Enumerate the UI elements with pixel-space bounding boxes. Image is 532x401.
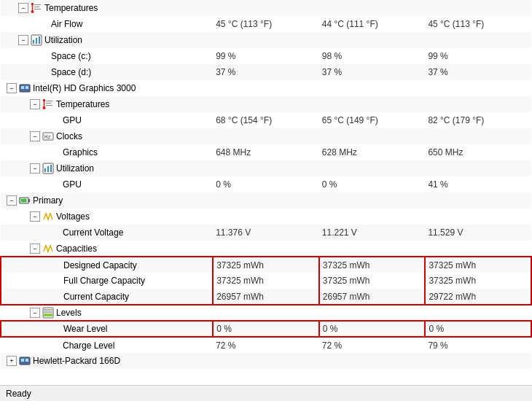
val3 (425, 241, 531, 257)
val2 (319, 209, 426, 225)
voltages-node: − Voltages (1, 209, 531, 225)
val2 (319, 241, 426, 257)
leaf-label-cell: Full Charge Capacity (1, 273, 213, 289)
val2 (319, 0, 426, 16)
val3 (425, 353, 531, 369)
svg-rect-8 (21, 86, 24, 89)
full-charge-row: Full Charge Capacity 37325 mWh 37325 mWh… (1, 273, 531, 289)
val2 (319, 32, 426, 48)
leaf-label: Air Flow (51, 19, 82, 29)
val1: 0 % (213, 321, 319, 337)
val1: 68 °C (154 °F) (213, 112, 319, 128)
val3: 37 % (425, 64, 531, 80)
leaf-label-cell: Space (c:) (1, 48, 213, 64)
val2: 72 % (319, 337, 426, 353)
val2: 37325 mWh (319, 273, 426, 289)
svg-rect-25 (44, 309, 52, 311)
val1: 37325 mWh (213, 273, 319, 289)
val2: 98 % (319, 48, 426, 64)
leaf-label: Full Charge Capacity (63, 276, 145, 286)
leaf-label-cell: Air Flow (1, 16, 213, 32)
leaf-label: Space (c:) (51, 51, 91, 61)
parent-label-cell: − Temperatures (1, 96, 213, 112)
levels-node: − Levels (1, 305, 531, 321)
temperatures-node: − Temperatures (1, 0, 531, 16)
parent-label: Levels (56, 308, 82, 318)
expand-icon[interactable]: − (30, 163, 40, 174)
svg-rect-30 (21, 362, 28, 363)
val2 (319, 128, 426, 144)
parent-label-cell: − Voltages (1, 209, 213, 225)
val1 (213, 32, 319, 48)
val2: 65 °C (149 °F) (319, 112, 426, 128)
svg-rect-26 (44, 311, 52, 313)
val3: 37325 mWh (425, 273, 531, 289)
main-content[interactable]: − Temperatures Air Flow 45 °C (113 °F) (0, 0, 532, 385)
val3 (425, 209, 531, 225)
current-voltage-row: Current Voltage 11.376 V 11.221 V 11.529… (1, 225, 531, 241)
expand-icon[interactable]: + (7, 356, 17, 366)
leaf-label-cell: Current Capacity (1, 289, 213, 305)
val1: 26957 mWh (213, 289, 319, 305)
parent-label: Hewlett-Packard 166D (33, 356, 120, 366)
val1: 45 °C (113 °F) (213, 16, 319, 32)
val1 (213, 0, 319, 16)
val3: 11.529 V (425, 225, 531, 241)
expand-icon[interactable]: − (30, 99, 40, 109)
val2 (319, 353, 426, 369)
parent-label: Utilization (44, 35, 82, 45)
expand-icon[interactable]: − (18, 3, 28, 13)
leaf-label-cell: Current Voltage (1, 225, 213, 241)
val3 (425, 32, 531, 48)
expand-icon[interactable]: − (30, 131, 40, 141)
leaf-label-cell: Designed Capacity (1, 257, 213, 273)
leaf-label: Wear Level (63, 324, 107, 334)
svg-rect-29 (26, 359, 28, 362)
val3 (425, 80, 531, 96)
space-c-row: Space (c:) 99 % 98 % 99 % (1, 48, 531, 64)
expand-icon[interactable]: − (7, 83, 17, 93)
val2: 11.221 V (319, 225, 426, 241)
val1: 37 % (213, 64, 319, 80)
val3 (425, 160, 531, 176)
leaf-label: GPU (63, 179, 82, 190)
parent-label-cell: − Utilization (1, 160, 213, 176)
parent-label: Capacities (56, 244, 97, 254)
capacities-node: − Capacities (1, 241, 531, 257)
val1 (213, 192, 319, 209)
expand-icon[interactable]: − (30, 308, 40, 318)
svg-rect-5 (36, 38, 37, 44)
wear-level-row: Wear Level 0 % 0 % 0 % (1, 321, 531, 337)
leaf-label: GPU (63, 115, 82, 125)
val1 (213, 96, 319, 112)
intel-temps-node: − Temperatures (1, 96, 531, 112)
val3 (425, 305, 531, 321)
intel-hd-node: − Intel(R) HD Graphics 3000 (1, 80, 531, 96)
val2: 37 % (319, 64, 426, 80)
parent-label: Clocks (56, 131, 82, 141)
expand-icon[interactable]: − (30, 211, 40, 222)
val2: 0 % (319, 321, 426, 337)
val2: 26957 mWh (319, 289, 426, 305)
air-flow-row: Air Flow 45 °C (113 °F) 44 °C (111 °F) 4… (1, 16, 531, 32)
val3: 82 °C (179 °F) (425, 112, 531, 128)
val1: 99 % (213, 48, 319, 64)
expand-icon[interactable]: − (18, 35, 28, 45)
expand-icon[interactable]: − (7, 195, 17, 206)
val3: 37325 mWh (425, 257, 531, 273)
val3: 99 % (425, 48, 531, 64)
val1 (213, 353, 319, 369)
primary-node: − Primary (1, 192, 531, 209)
hewlett-node: + Hewlett-Packard 166D (1, 353, 531, 369)
val2 (319, 80, 426, 96)
parent-label: Intel(R) HD Graphics 3000 (33, 83, 136, 93)
svg-rect-28 (21, 359, 24, 362)
leaf-label: Designed Capacity (63, 260, 137, 270)
gpu-temp-row: GPU 68 °C (154 °F) 65 °C (149 °F) 82 °C … (1, 112, 531, 128)
svg-rect-19 (50, 165, 52, 172)
leaf-label: Graphics (63, 147, 98, 157)
expand-icon[interactable]: − (30, 244, 40, 254)
parent-label: Utilization (56, 163, 94, 174)
parent-label-cell: − Capacities (1, 241, 213, 257)
svg-rect-11 (43, 99, 45, 101)
